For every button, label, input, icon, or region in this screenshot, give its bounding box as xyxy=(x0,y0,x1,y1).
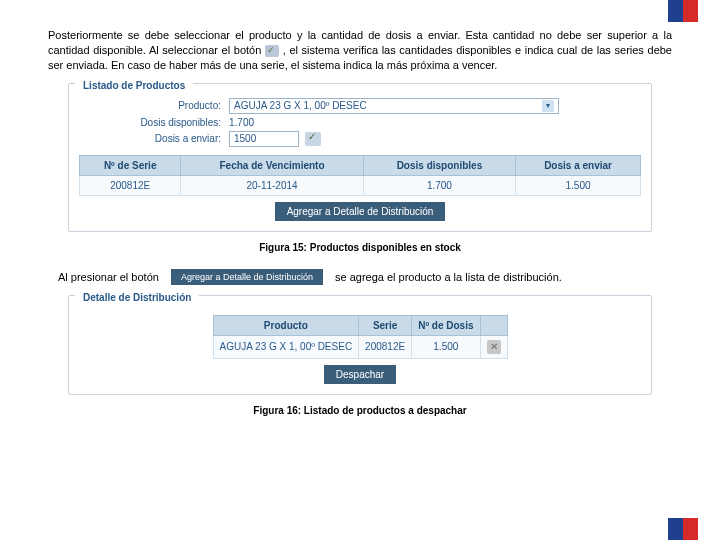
label-enviar: Dosis a enviar: xyxy=(79,133,229,144)
label-producto: Producto: xyxy=(79,100,229,111)
midline-right: se agrega el producto a la lista de dist… xyxy=(335,271,562,283)
select-producto-value: AGUJA 23 G X 1, 00º DESEC xyxy=(234,100,367,111)
delete-icon[interactable]: ✕ xyxy=(487,340,501,354)
th-serie: Nº de Serie xyxy=(80,155,181,175)
table-header-row: Nº de Serie Fecha de Vencimiento Dosis d… xyxy=(80,155,641,175)
table-row: AGUJA 23 G X 1, 00º DESEC 200812E 1.500 … xyxy=(213,335,507,358)
td-disponibles: 1.700 xyxy=(363,175,515,195)
flag-stripe-bottom xyxy=(668,518,698,540)
figure-caption-16: Figura 16: Listado de productos a despac… xyxy=(48,405,672,416)
panel-detalle-distribucion: Detalle de Distribución Producto Serie N… xyxy=(68,295,652,395)
value-disponibles: 1.700 xyxy=(229,117,254,128)
figure-caption-15: Figura 15: Productos disponibles en stoc… xyxy=(48,242,672,253)
th-dosis: Nº de Dosis xyxy=(412,315,480,335)
intro-paragraph: Posteriormente se debe seleccionar el pr… xyxy=(48,28,672,73)
check-icon xyxy=(265,45,279,57)
agregar-detalle-button-inline[interactable]: Agregar a Detalle de Distribución xyxy=(171,269,323,285)
check-button-icon[interactable] xyxy=(305,132,321,146)
agregar-detalle-button[interactable]: Agregar a Detalle de Distribución xyxy=(275,202,446,221)
td-enviar: 1.500 xyxy=(516,175,641,195)
document-content: Posteriormente se debe seleccionar el pr… xyxy=(0,0,720,442)
td-vencimiento: 20-11-2014 xyxy=(181,175,363,195)
th-vencimiento: Fecha de Vencimiento xyxy=(181,155,363,175)
row-disponibles: Dosis disponibles: 1.700 xyxy=(79,117,641,128)
table-row: 200812E 20-11-2014 1.700 1.500 xyxy=(80,175,641,195)
td-serie: 200812E xyxy=(80,175,181,195)
td-serie: 200812E xyxy=(359,335,412,358)
midline-sentence: Al presionar el botón Agregar a Detalle … xyxy=(58,269,662,285)
chevron-down-icon: ▾ xyxy=(542,100,554,112)
select-producto[interactable]: AGUJA 23 G X 1, 00º DESEC ▾ xyxy=(229,98,559,114)
th-actions xyxy=(480,315,507,335)
grid-series: Nº de Serie Fecha de Vencimiento Dosis d… xyxy=(79,155,641,196)
row-producto: Producto: AGUJA 23 G X 1, 00º DESEC ▾ xyxy=(79,98,641,114)
panel-title: Listado de Productos xyxy=(75,76,193,93)
despachar-button[interactable]: Despachar xyxy=(324,365,396,384)
input-dosis-enviar[interactable]: 1500 xyxy=(229,131,299,147)
th-disponibles: Dosis disponibles xyxy=(363,155,515,175)
th-enviar: Dosis a enviar xyxy=(516,155,641,175)
th-serie: Serie xyxy=(359,315,412,335)
flag-stripe-top xyxy=(668,0,698,22)
label-disponibles: Dosis disponibles: xyxy=(79,117,229,128)
table-header-row: Producto Serie Nº de Dosis xyxy=(213,315,507,335)
td-action: ✕ xyxy=(480,335,507,358)
panel-title-2: Detalle de Distribución xyxy=(75,288,199,305)
row-enviar: Dosis a enviar: 1500 xyxy=(79,131,641,147)
td-producto: AGUJA 23 G X 1, 00º DESEC xyxy=(213,335,359,358)
panel-listado-productos: Listado de Productos Producto: AGUJA 23 … xyxy=(68,83,652,232)
td-dosis: 1.500 xyxy=(412,335,480,358)
th-producto: Producto xyxy=(213,315,359,335)
grid-detalle: Producto Serie Nº de Dosis AGUJA 23 G X … xyxy=(213,315,508,359)
midline-left: Al presionar el botón xyxy=(58,271,159,283)
